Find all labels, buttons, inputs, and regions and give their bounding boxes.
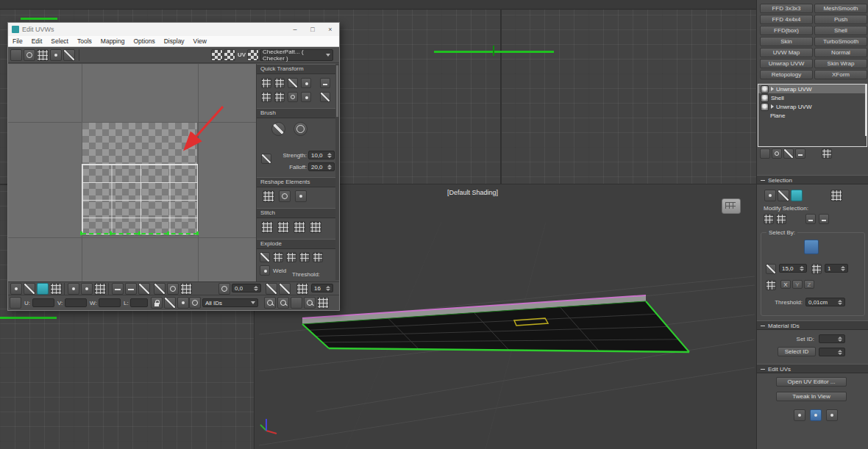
modifier-button-ffd-box[interactable]: FFD(box) <box>760 26 813 35</box>
rollout-selection[interactable]: Selection <box>757 175 868 184</box>
shrink-uv-icon[interactable] <box>125 283 137 295</box>
v-field[interactable] <box>65 298 87 307</box>
edge-subobject-icon[interactable] <box>778 190 789 201</box>
relax-brush-icon[interactable] <box>294 122 307 136</box>
zoom-extents-icon[interactable] <box>304 297 316 309</box>
axis-y-button[interactable]: Y <box>792 280 803 289</box>
vertex-subobject-icon[interactable] <box>764 190 776 201</box>
visibility-toggle-icon[interactable] <box>761 85 769 93</box>
grid-toggle-icon[interactable] <box>296 283 308 295</box>
edge-mode-icon[interactable] <box>24 283 35 295</box>
spinner[interactable] <box>326 165 332 170</box>
tweak-in-view-button[interactable]: Tweak In View <box>776 392 847 401</box>
menu-select[interactable]: Select <box>46 37 73 45</box>
grow-selection-icon[interactable] <box>764 214 774 224</box>
edit-uvws-window[interactable]: Edit UVWs – □ × File Edit Select Tools M… <box>7 22 340 311</box>
show-map-icon[interactable] <box>211 49 223 61</box>
rollout-material-ids[interactable]: Material IDs <box>757 320 868 330</box>
maximize-button[interactable]: □ <box>304 23 321 36</box>
grid-size-field[interactable]: 16 <box>311 284 333 292</box>
section-stitch[interactable]: Stitch <box>257 208 339 218</box>
explode-face-icon[interactable] <box>273 252 283 262</box>
close-button[interactable]: × <box>321 23 339 36</box>
section-quick-transform[interactable]: Quick Transform <box>257 64 339 74</box>
modifier-button-ffd-4x4x4[interactable]: FFD 4x4x4 <box>760 15 813 24</box>
modifier-button-ffd-3x3x3[interactable]: FFD 3x3x3 <box>760 4 813 13</box>
weld-selected-icon[interactable] <box>260 265 270 276</box>
falloff-space-icon[interactable] <box>167 283 179 295</box>
w-field[interactable] <box>99 298 121 307</box>
menu-file[interactable]: File <box>8 37 27 45</box>
move-tool-icon[interactable] <box>10 49 22 61</box>
spinner[interactable] <box>252 286 258 291</box>
edge-distance-icon[interactable] <box>180 283 192 295</box>
visibility-toggle-icon[interactable] <box>761 94 769 102</box>
modifier-button-skin[interactable]: Skin <box>760 37 813 46</box>
rotate-90-cw-icon[interactable] <box>274 92 285 102</box>
stack-scrollbar[interactable] <box>865 85 867 136</box>
visibility-toggle-icon[interactable] <box>761 103 769 111</box>
viewport-layout-icon[interactable] <box>722 198 741 214</box>
pan-hand-icon[interactable] <box>10 297 21 309</box>
planar-angle-icon[interactable] <box>766 264 776 274</box>
stitch-target-icon[interactable] <box>310 221 321 233</box>
mirror-tool-icon[interactable] <box>63 49 75 61</box>
axis-x-button[interactable]: X <box>780 280 791 289</box>
uv-channel-label[interactable]: UV <box>238 51 246 58</box>
planar-angle-field[interactable]: 15,0 <box>779 264 807 273</box>
scrollbar-thumb[interactable] <box>336 65 338 117</box>
polygon-subobject-icon[interactable] <box>791 190 803 201</box>
rotate-90-ccw-icon[interactable] <box>261 92 271 102</box>
show-grid-icon[interactable] <box>224 49 235 61</box>
relax-tool-icon[interactable] <box>279 190 291 202</box>
select-id-field[interactable] <box>819 348 845 356</box>
menu-options[interactable]: Options <box>129 37 159 45</box>
brush-falloff-icon[interactable] <box>261 154 271 164</box>
lock-selection-icon[interactable] <box>151 297 163 309</box>
modifier-button-skin-wrap[interactable]: Skin Wrap <box>814 59 867 68</box>
menu-tools[interactable]: Tools <box>73 37 96 45</box>
paint-move-brush-icon[interactable] <box>271 122 285 136</box>
stack-item[interactable]: Unwrap UVW <box>758 85 867 93</box>
minimize-button[interactable]: – <box>286 23 304 36</box>
uv-shell-mesh[interactable] <box>82 164 198 234</box>
element-toggle-icon[interactable] <box>50 283 62 295</box>
align-vertical-icon[interactable] <box>274 78 285 88</box>
loop-uv-icon[interactable] <box>138 283 150 295</box>
select-by-cube-icon[interactable] <box>804 240 819 254</box>
uv-edge-vertices[interactable] <box>80 231 199 235</box>
zoom-to-gizmo-icon[interactable] <box>317 297 329 309</box>
rectangularize-icon[interactable] <box>295 190 307 202</box>
stitch-source-icon[interactable] <box>277 221 289 233</box>
stack-item[interactable]: Plane <box>758 111 867 120</box>
space-vertical-icon[interactable] <box>288 92 298 102</box>
flatten-by-smoothing-icon[interactable] <box>299 252 310 262</box>
section-brush[interactable]: Brush <box>257 108 339 118</box>
stack-item[interactable]: Shell <box>758 93 867 102</box>
texture-dropdown[interactable]: CheckerPatt... ( Checker ) <box>260 49 333 61</box>
select-shared-edges-icon[interactable] <box>81 283 93 295</box>
modifier-button-meshsmooth[interactable]: MeshSmooth <box>814 4 867 13</box>
side-panel-scrollbar[interactable] <box>335 64 339 280</box>
pin-stack-icon[interactable] <box>760 148 770 159</box>
window-titlebar[interactable]: Edit UVWs – □ × <box>8 23 339 36</box>
straighten-icon[interactable] <box>320 92 330 102</box>
section-reshape-elements[interactable]: Reshape Elements <box>257 177 339 187</box>
section-explode[interactable]: Explode <box>257 239 339 249</box>
threshold-field[interactable]: 0,01cm <box>805 298 845 306</box>
angle-snap-icon[interactable] <box>279 283 291 295</box>
space-horizontal-icon[interactable] <box>301 78 311 88</box>
modifier-button-shell[interactable]: Shell <box>814 26 867 35</box>
axis-z-button[interactable]: Z <box>804 280 814 289</box>
zoom-region-icon[interactable] <box>277 297 289 309</box>
select-by-element-icon[interactable] <box>830 190 842 201</box>
menu-edit[interactable]: Edit <box>27 37 47 45</box>
grow-uv-icon[interactable] <box>112 283 124 295</box>
stitch-custom-icon[interactable] <box>261 221 273 233</box>
brush-mode-icon[interactable] <box>164 297 176 309</box>
spinner[interactable] <box>836 337 842 342</box>
modifier-button-normal[interactable]: Normal <box>814 48 867 57</box>
modifier-stack[interactable]: Unwrap UVW Shell Unwrap UVW Plane <box>758 84 867 147</box>
uv-tool-icon-2[interactable] <box>810 409 822 421</box>
modifier-button-unwrap-uvw[interactable]: Unwrap UVW <box>760 59 813 68</box>
